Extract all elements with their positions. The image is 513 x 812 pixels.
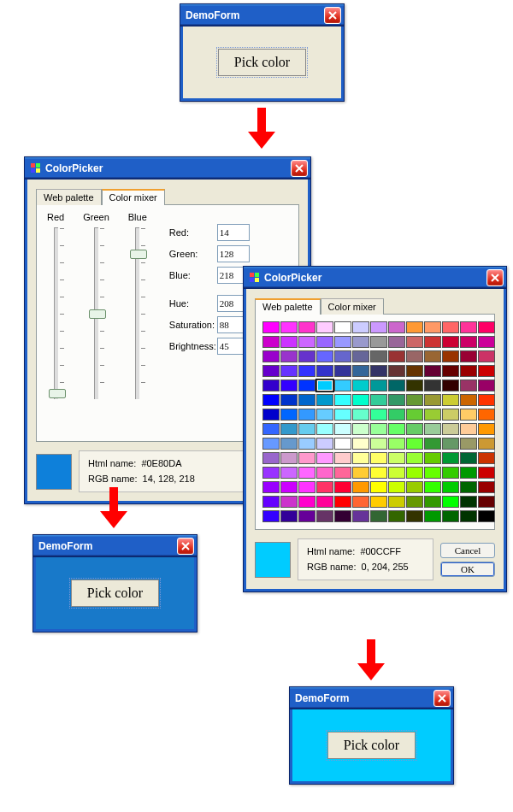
palette-cell[interactable] [262,481,280,493]
palette-cell[interactable] [478,394,495,406]
palette-cell[interactable] [424,510,441,522]
palette-cell[interactable] [388,467,405,479]
palette-cell[interactable] [280,452,298,464]
palette-cell[interactable] [352,481,369,493]
palette-cell[interactable] [316,510,333,522]
palette-cell[interactable] [388,350,405,362]
palette-cell[interactable] [388,365,405,377]
palette-cell[interactable] [406,365,423,377]
close-icon[interactable] [291,160,308,177]
palette-cell[interactable] [406,510,423,522]
palette-cell[interactable] [478,380,495,391]
palette-cell[interactable] [388,394,405,406]
palette-cell[interactable] [388,321,405,333]
pick-color-button[interactable]: Pick color [218,49,306,76]
palette-cell[interactable] [460,321,477,333]
titlebar[interactable]: DemoForm [33,535,197,557]
palette-cell[interactable] [334,321,351,333]
palette-cell[interactable] [478,336,495,348]
input-red[interactable] [217,224,250,241]
tab-web-palette[interactable]: Web palette [36,189,102,205]
palette-cell[interactable] [280,409,298,421]
palette-cell[interactable] [388,481,405,493]
palette-cell[interactable] [478,350,495,362]
palette-cell[interactable] [424,438,441,450]
palette-cell[interactable] [478,438,495,450]
palette-cell[interactable] [460,380,477,391]
palette-cell[interactable] [352,467,369,479]
palette-cell[interactable] [424,496,441,508]
palette-cell[interactable] [478,510,495,522]
palette-cell[interactable] [316,481,333,493]
tab-color-mixer[interactable]: Color mixer [321,298,384,315]
palette-cell[interactable] [334,481,351,493]
palette-cell[interactable] [442,423,459,435]
palette-cell[interactable] [424,409,441,421]
palette-cell[interactable] [460,481,477,493]
tab-web-palette[interactable]: Web palette [255,298,321,315]
palette-cell[interactable] [298,365,315,377]
palette-cell[interactable] [316,467,333,479]
palette-cell[interactable] [298,350,315,362]
palette-cell[interactable] [280,321,298,333]
palette-cell[interactable] [424,336,441,348]
palette-cell[interactable] [460,336,477,348]
palette-cell[interactable] [352,510,369,522]
palette-cell[interactable] [334,452,351,464]
palette-cell[interactable] [298,438,315,450]
palette-cell[interactable] [334,467,351,479]
input-green[interactable] [217,245,250,262]
palette-cell[interactable] [460,365,477,377]
palette-cell[interactable] [262,350,280,362]
green-slider[interactable] [94,227,98,399]
palette-cell[interactable] [388,510,405,522]
palette-cell[interactable] [370,481,387,493]
palette-cell[interactable] [316,438,333,450]
palette-cell[interactable] [478,423,495,435]
palette-cell[interactable] [424,394,441,406]
blue-slider[interactable] [135,227,139,399]
palette-cell[interactable] [370,409,387,421]
palette-cell[interactable] [352,496,369,508]
palette-cell[interactable] [280,481,298,493]
palette-cell[interactable] [352,394,369,406]
palette-cell[interactable] [262,394,280,406]
palette-cell[interactable] [334,365,351,377]
palette-cell[interactable] [280,380,298,391]
palette-cell[interactable] [370,438,387,450]
palette-cell[interactable] [370,467,387,479]
palette-cell[interactable] [370,394,387,406]
palette-cell[interactable] [352,438,369,450]
palette-cell[interactable] [334,350,351,362]
palette-cell[interactable] [460,438,477,450]
titlebar[interactable]: DemoForm [290,687,453,709]
palette-cell[interactable] [370,452,387,464]
close-icon[interactable] [433,690,451,707]
palette-cell[interactable] [370,336,387,348]
palette-cell[interactable] [262,510,280,522]
palette-cell[interactable] [352,321,369,333]
palette-cell[interactable] [442,365,459,377]
palette-cell[interactable] [334,394,351,406]
palette-cell[interactable] [298,496,315,508]
palette-cell[interactable] [388,438,405,450]
palette-cell[interactable] [442,321,459,333]
palette-cell[interactable] [370,496,387,508]
palette-cell[interactable] [262,467,280,479]
palette-cell[interactable] [262,380,280,391]
palette-cell[interactable] [406,394,423,406]
palette-cell[interactable] [460,350,477,362]
palette-cell[interactable] [280,365,298,377]
palette-cell[interactable] [298,467,315,479]
palette-cell[interactable] [262,321,280,333]
pick-color-button[interactable]: Pick color [327,732,416,759]
palette-cell[interactable] [370,321,387,333]
palette-cell[interactable] [316,394,333,406]
palette-cell[interactable] [298,510,315,522]
palette-cell[interactable] [424,321,441,333]
palette-cell[interactable] [442,409,459,421]
palette-cell[interactable] [352,365,369,377]
palette-cell[interactable] [460,467,477,479]
palette-cell[interactable] [298,394,315,406]
palette-cell[interactable] [280,394,298,406]
